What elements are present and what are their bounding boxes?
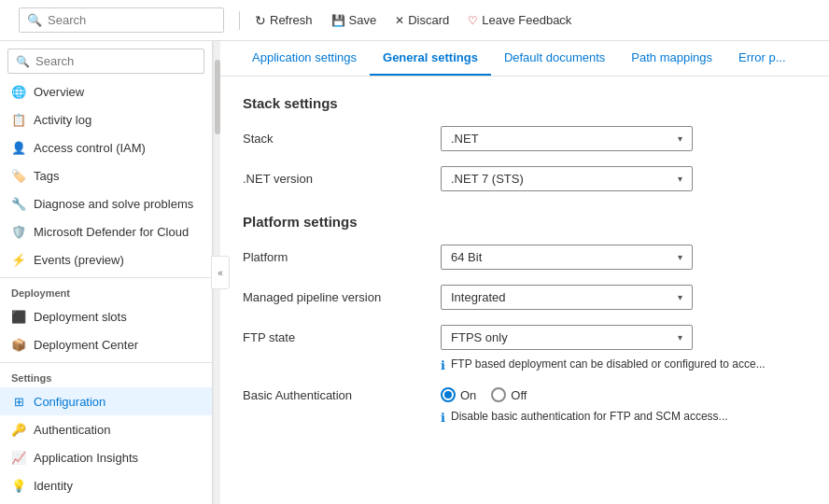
- sidebar-collapse-button[interactable]: «: [211, 256, 230, 289]
- platform-select[interactable]: 64 Bit ▾: [441, 245, 693, 270]
- basic-auth-off-option[interactable]: Off: [491, 387, 527, 402]
- basic-auth-info-row: ℹ Disable basic authentication for FTP a…: [441, 410, 807, 425]
- sidebar-item-authentication[interactable]: 🔑 Authentication: [0, 415, 212, 443]
- basic-auth-info-icon: ℹ: [441, 411, 445, 425]
- tab-bar: Application settings General settings De…: [220, 41, 829, 77]
- list-icon: 📋: [11, 112, 26, 127]
- shield-icon: 🛡️: [11, 224, 26, 239]
- heart-icon: ♡: [468, 14, 478, 27]
- stack-settings-title: Stack settings: [243, 95, 807, 111]
- basic-auth-field-row: Basic Authentication On Off: [243, 387, 807, 402]
- ftp-state-label: FTP state: [243, 330, 429, 344]
- dotnet-version-field-row: .NET version .NET 7 (STS) ▾: [243, 166, 807, 191]
- tab-path-mappings[interactable]: Path mappings: [618, 41, 725, 76]
- globe-icon: 🌐: [11, 84, 26, 99]
- ftp-info-text: FTP based deployment can be disabled or …: [451, 357, 766, 371]
- sidebar-item-deployment-slots[interactable]: ⬛ Deployment slots: [0, 302, 212, 330]
- layers-icon: ⬛: [11, 309, 26, 324]
- stack-chevron-icon: ▾: [678, 133, 682, 144]
- ftp-state-chevron-icon: ▾: [678, 332, 682, 343]
- ftp-state-value: FTPS only: [451, 330, 508, 344]
- refresh-icon: ↻: [255, 13, 266, 28]
- sidebar-item-defender[interactable]: 🛡️ Microsoft Defender for Cloud: [0, 217, 212, 245]
- search-input[interactable]: [48, 13, 216, 27]
- tab-application-settings[interactable]: Application settings: [239, 41, 370, 76]
- person-shield-icon: 🔑: [11, 422, 26, 437]
- search-icon: 🔍: [27, 13, 42, 27]
- sidebar-item-access-control[interactable]: 👤 Access control (IAM): [0, 133, 212, 161]
- sidebar-item-overview[interactable]: 🌐 Overview: [0, 77, 212, 105]
- managed-pipeline-field-row: Managed pipeline version Integrated ▾: [243, 285, 807, 310]
- dotnet-version-select[interactable]: .NET 7 (STS) ▾: [441, 166, 693, 191]
- sidebar-scrollbar-thumb: [215, 60, 220, 134]
- managed-pipeline-select[interactable]: Integrated ▾: [441, 285, 693, 310]
- ftp-info-row: ℹ FTP based deployment can be disabled o…: [441, 357, 807, 372]
- search-box[interactable]: 🔍: [19, 7, 224, 33]
- ftp-info-icon: ℹ: [441, 358, 445, 372]
- discard-button[interactable]: ✕ Discard: [387, 9, 457, 31]
- basic-auth-info-text: Disable basic authentication for FTP and…: [451, 410, 728, 423]
- platform-settings-title: Platform settings: [243, 214, 807, 230]
- tab-default-documents[interactable]: Default documents: [491, 41, 618, 76]
- save-button[interactable]: 💾 Save: [324, 9, 385, 31]
- save-icon: 💾: [331, 14, 345, 27]
- basic-auth-on-label: On: [460, 388, 476, 402]
- sidebar-search-icon: 🔍: [16, 55, 30, 68]
- stack-label: Stack: [243, 132, 429, 146]
- dotnet-version-value: .NET 7 (STS): [451, 172, 524, 186]
- sidebar-item-tags[interactable]: 🏷️ Tags: [0, 161, 212, 189]
- platform-label: Platform: [243, 250, 429, 264]
- basic-auth-off-radio[interactable]: [491, 387, 506, 402]
- sidebar-item-diagnose[interactable]: 🔧 Diagnose and solve problems: [0, 189, 212, 217]
- main-content: Application settings General settings De…: [220, 41, 829, 504]
- discard-icon: ✕: [395, 14, 404, 27]
- ftp-state-select[interactable]: FTPS only ▾: [441, 325, 693, 350]
- content-body: Stack settings Stack .NET ▾ .NET version…: [220, 77, 829, 458]
- sliders-icon: ⊞: [11, 394, 26, 409]
- sidebar-item-application-insights[interactable]: 📈 Application Insights: [0, 443, 212, 471]
- sidebar-item-events[interactable]: ⚡ Events (preview): [0, 245, 212, 273]
- platform-chevron-icon: ▾: [678, 252, 682, 262]
- stack-value: .NET: [451, 132, 479, 146]
- stack-select[interactable]: .NET ▾: [441, 126, 693, 151]
- basic-auth-on-option[interactable]: On: [441, 387, 476, 402]
- sidebar: 🔍 🌐 Overview 📋 Activity log 👤 Access con…: [0, 41, 213, 504]
- sidebar-item-deployment-center[interactable]: 📦 Deployment Center: [0, 330, 212, 358]
- refresh-button[interactable]: ↻ Refresh: [247, 9, 320, 32]
- leave-feedback-button[interactable]: ♡ Leave Feedback: [460, 9, 579, 31]
- managed-pipeline-chevron-icon: ▾: [678, 292, 682, 302]
- platform-value: 64 Bit: [451, 250, 482, 264]
- managed-pipeline-value: Integrated: [451, 290, 506, 304]
- managed-pipeline-label: Managed pipeline version: [243, 290, 429, 304]
- dotnet-version-label: .NET version: [243, 172, 429, 186]
- sidebar-item-identity[interactable]: 💡 Identity: [0, 471, 212, 499]
- settings-section-header: Settings: [0, 362, 212, 387]
- toolbar: 🔍 ↻ Refresh 💾 Save ✕ Discard ♡ Leave Fee…: [0, 0, 829, 41]
- lightning-icon: ⚡: [11, 252, 26, 267]
- toolbar-separator: [239, 11, 240, 30]
- sidebar-item-configuration[interactable]: ⊞ Configuration: [0, 387, 212, 415]
- tag-icon: 🏷️: [11, 168, 26, 183]
- sidebar-item-activity-log[interactable]: 📋 Activity log: [0, 105, 212, 133]
- basic-auth-radio-group: On Off: [441, 387, 527, 402]
- cube-icon: 📦: [11, 337, 26, 352]
- stack-field-row: Stack .NET ▾: [243, 126, 807, 151]
- wrench-icon: 🔧: [11, 196, 26, 211]
- platform-field-row: Platform 64 Bit ▾: [243, 245, 807, 270]
- sidebar-search-box[interactable]: 🔍: [7, 49, 204, 74]
- tab-general-settings[interactable]: General settings: [370, 41, 491, 76]
- deployment-section-header: Deployment: [0, 277, 212, 302]
- dotnet-version-chevron-icon: ▾: [678, 174, 682, 184]
- id-card-icon: 💡: [11, 478, 26, 493]
- basic-auth-on-radio[interactable]: [441, 387, 456, 402]
- person-key-icon: 👤: [11, 140, 26, 155]
- basic-auth-off-label: Off: [511, 388, 527, 402]
- tab-error-pages[interactable]: Error p...: [725, 41, 799, 76]
- sidebar-search-input[interactable]: [35, 54, 196, 68]
- basic-auth-label: Basic Authentication: [243, 388, 429, 402]
- ftp-state-field-row: FTP state FTPS only ▾: [243, 325, 807, 350]
- chart-icon: 📈: [11, 450, 26, 465]
